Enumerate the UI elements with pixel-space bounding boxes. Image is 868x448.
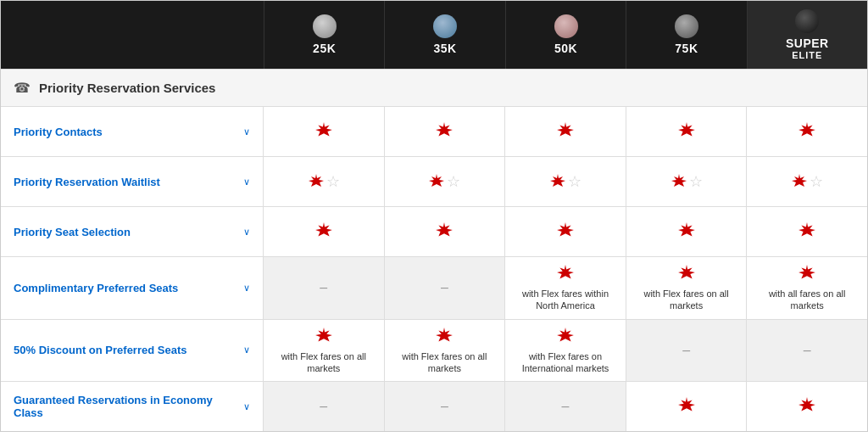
row-label-text-3: Complimentary Preferred Seats bbox=[14, 282, 238, 294]
data-cell-4-4: – bbox=[747, 320, 867, 382]
cell-text: with Flex fares on all markets bbox=[631, 288, 743, 312]
maple-leaf-icon bbox=[435, 121, 453, 143]
data-cell-5-4 bbox=[747, 382, 867, 431]
cell-text: with Flex fares within North America bbox=[509, 288, 621, 312]
header-row: 25K35K50K75KSUPERELITE bbox=[1, 1, 867, 69]
data-row-2: Priority Seat Selection∨ bbox=[1, 207, 867, 257]
dash-icon: – bbox=[682, 343, 690, 358]
maple-leaf-icon bbox=[798, 396, 816, 417]
chevron-icon-4[interactable]: ∨ bbox=[243, 344, 250, 356]
chevron-icon-0[interactable]: ∨ bbox=[243, 126, 250, 137]
maple-leaf-icon bbox=[677, 121, 696, 143]
tier-label-75k: 75K bbox=[675, 42, 698, 55]
data-cell-4-1: with Flex fares on all markets bbox=[385, 320, 506, 382]
data-cell-5-1: – bbox=[385, 382, 506, 431]
maple-leaf-icon bbox=[556, 121, 575, 143]
data-cell-3-3: with Flex fares on all markets bbox=[626, 257, 748, 319]
maple-leaf-icon bbox=[314, 221, 333, 243]
data-cell-2-2 bbox=[505, 207, 626, 256]
maple-star-pair: ☆ bbox=[791, 172, 823, 191]
data-cell-2-4 bbox=[747, 207, 867, 256]
tier-label-25k: 25K bbox=[313, 42, 336, 55]
maple-leaf-icon bbox=[314, 327, 333, 348]
section-header: ☎ Priority Reservation Services bbox=[1, 69, 867, 107]
data-row-4: 50% Discount on Preferred Seats∨with Fle… bbox=[1, 320, 867, 383]
data-cell-0-2 bbox=[505, 107, 626, 156]
maple-star-pair: ☆ bbox=[308, 172, 340, 191]
chevron-icon-2[interactable]: ∨ bbox=[243, 227, 250, 238]
cell-text: with all fares on all markets bbox=[751, 288, 863, 312]
row-label-text-1: Priority Reservation Waitlist bbox=[14, 176, 238, 188]
maple-leaf-icon bbox=[677, 396, 696, 417]
data-cell-1-3: ☆ bbox=[626, 157, 748, 206]
data-row-0: Priority Contacts∨ bbox=[1, 107, 867, 157]
section-title: Priority Reservation Services bbox=[39, 81, 215, 95]
dash-icon: – bbox=[441, 399, 448, 414]
cell-text: with Flex fares on International markets bbox=[509, 350, 621, 375]
dash-icon: – bbox=[441, 280, 448, 295]
maple-leaf-icon bbox=[314, 121, 333, 143]
chevron-icon-5[interactable]: ∨ bbox=[243, 401, 250, 412]
row-label-cell-3: Complimentary Preferred Seats∨ bbox=[1, 257, 264, 319]
maple-star-pair: ☆ bbox=[549, 172, 581, 191]
dash-icon: – bbox=[320, 280, 327, 295]
data-cell-5-2: – bbox=[505, 382, 626, 431]
row-label-text-2: Priority Seat Selection bbox=[14, 226, 238, 238]
header-tier-75k: 75K bbox=[626, 1, 746, 69]
data-cell-5-0: – bbox=[264, 382, 385, 431]
header-label-cell bbox=[1, 1, 264, 69]
row-label-cell-0: Priority Contacts∨ bbox=[1, 107, 264, 156]
maple-star-pair: ☆ bbox=[670, 172, 703, 191]
maple-leaf-icon bbox=[798, 221, 816, 243]
maple-leaf-icon bbox=[677, 264, 696, 285]
data-cell-2-0 bbox=[264, 207, 385, 256]
dash-icon: – bbox=[320, 399, 327, 414]
data-cell-4-2: with Flex fares on International markets bbox=[505, 320, 626, 382]
star-outline-icon: ☆ bbox=[568, 172, 581, 191]
tier-label-super-line1: SUPER bbox=[786, 36, 829, 50]
data-cell-0-3 bbox=[626, 107, 748, 156]
maple-leaf-icon bbox=[556, 264, 575, 285]
data-cell-0-0 bbox=[264, 107, 385, 156]
row-label-cell-4: 50% Discount on Preferred Seats∨ bbox=[1, 320, 264, 382]
data-cell-0-4 bbox=[747, 107, 867, 156]
header-tier-25k: 25K bbox=[264, 1, 384, 69]
data-cell-1-1: ☆ bbox=[385, 157, 506, 206]
data-cell-1-0: ☆ bbox=[264, 157, 385, 206]
data-cell-1-4: ☆ bbox=[747, 157, 867, 206]
star-outline-icon: ☆ bbox=[447, 172, 460, 191]
tier-label-35k: 35K bbox=[434, 42, 457, 55]
tier-label-super-line2: ELITE bbox=[792, 50, 822, 60]
data-row-1: Priority Reservation Waitlist∨☆☆☆☆☆ bbox=[1, 157, 867, 207]
maple-leaf-icon bbox=[435, 221, 453, 243]
comparison-table: 25K35K50K75KSUPERELITE ☎ Priority Reserv… bbox=[0, 0, 868, 432]
data-cell-3-0: – bbox=[264, 257, 385, 319]
maple-leaf-icon bbox=[435, 327, 453, 348]
data-cell-3-1: – bbox=[385, 257, 506, 319]
chevron-icon-1[interactable]: ∨ bbox=[243, 176, 250, 188]
data-cell-0-1 bbox=[385, 107, 506, 156]
maple-leaf-icon bbox=[677, 221, 696, 243]
maple-leaf-icon bbox=[798, 121, 816, 143]
rows-container: Priority Contacts∨Priority Reservation W… bbox=[1, 107, 867, 431]
header-tier-50k: 50K bbox=[505, 1, 626, 69]
data-cell-1-2: ☆ bbox=[505, 157, 626, 206]
star-outline-icon: ☆ bbox=[326, 172, 340, 191]
data-cell-5-3 bbox=[626, 382, 748, 431]
maple-leaf-icon bbox=[556, 221, 575, 243]
row-label-text-5: Guaranteed Reservations in Economy Class bbox=[14, 394, 238, 419]
dash-icon: – bbox=[562, 399, 570, 414]
star-outline-icon: ☆ bbox=[689, 172, 703, 191]
data-cell-3-4: with all fares on all markets bbox=[747, 257, 867, 319]
row-label-cell-2: Priority Seat Selection∨ bbox=[1, 207, 264, 256]
row-label-cell-5: Guaranteed Reservations in Economy Class… bbox=[1, 382, 264, 431]
chevron-icon-3[interactable]: ∨ bbox=[243, 283, 250, 294]
data-row-5: Guaranteed Reservations in Economy Class… bbox=[1, 382, 867, 431]
row-label-text-4: 50% Discount on Preferred Seats bbox=[14, 344, 238, 356]
row-label-cell-1: Priority Reservation Waitlist∨ bbox=[1, 157, 264, 206]
header-tier-super: SUPERELITE bbox=[747, 1, 867, 69]
maple-leaf-icon bbox=[556, 327, 575, 348]
data-row-3: Complimentary Preferred Seats∨––with Fle… bbox=[1, 257, 867, 320]
star-outline-icon: ☆ bbox=[810, 172, 823, 191]
maple-star-pair: ☆ bbox=[428, 172, 460, 191]
